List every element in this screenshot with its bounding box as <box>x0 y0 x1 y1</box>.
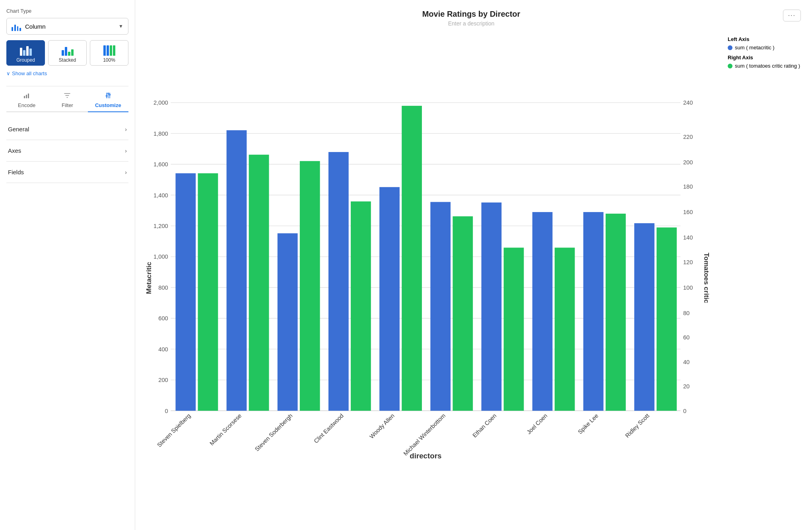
chevron-down-icon: ▼ <box>118 23 123 29</box>
variant-grouped-label: Grouped <box>16 57 35 63</box>
chart-container: Metacritic Tomatoes critic <box>142 32 801 524</box>
accordion-general-label: General <box>8 126 29 132</box>
show-all-charts-link[interactable]: ∨ Show all charts <box>6 70 128 76</box>
legend-left-axis-title: Left Axis <box>728 36 801 42</box>
accordion-fields-header[interactable]: Fields › <box>6 162 128 183</box>
svg-text:60: 60 <box>683 334 690 341</box>
bar-ridleyscott-blue <box>634 223 655 411</box>
grouped-icon <box>20 45 32 56</box>
svg-text:1,000: 1,000 <box>153 253 168 260</box>
bar-spielberg-green <box>198 173 218 411</box>
x-label-ridleyscott: Ridley Scott <box>624 412 651 439</box>
sidebar-tabs: Encode Filter <box>6 88 128 112</box>
divider-1 <box>6 86 128 86</box>
svg-text:200: 200 <box>158 377 168 383</box>
legend-right-axis-item: sum ( tomatoes critic rating ) <box>735 63 800 69</box>
svg-text:100: 100 <box>683 284 693 291</box>
tab-encode[interactable]: Encode <box>6 88 47 111</box>
svg-text:140: 140 <box>683 234 693 241</box>
bar-eastwood-green <box>351 201 371 411</box>
chart-type-name: Column <box>25 23 118 30</box>
tab-filter-label: Filter <box>62 102 73 108</box>
encode-icon <box>23 92 30 101</box>
filter-icon <box>64 92 71 101</box>
svg-point-3 <box>107 93 109 94</box>
svg-text:2,000: 2,000 <box>153 99 168 106</box>
svg-text:600: 600 <box>158 315 168 322</box>
svg-text:0: 0 <box>165 408 168 414</box>
accordion-axes-header[interactable]: Axes › <box>6 140 128 161</box>
tab-customize[interactable]: Customize <box>88 88 128 112</box>
svg-text:40: 40 <box>683 359 690 365</box>
chart-type-selector[interactable]: Column ▼ <box>6 18 128 35</box>
chart-variants: Grouped Stacked 100% <box>6 40 128 66</box>
svg-point-8 <box>109 94 110 95</box>
more-options-button[interactable]: ··· <box>783 10 801 21</box>
main-area: Movie Ratings by Director Enter a descri… <box>135 0 812 530</box>
variant-stacked-label: Stacked <box>59 57 76 63</box>
svg-text:0: 0 <box>683 408 686 414</box>
bar-winterbottom-green <box>453 216 473 411</box>
x-label-soderbergh: Steven Soderbergh <box>254 412 294 452</box>
bar-winterbottom-blue <box>430 202 451 411</box>
accordion-general-header[interactable]: General › <box>6 119 128 140</box>
svg-text:160: 160 <box>683 209 693 215</box>
legend-left-axis: Left Axis sum ( metacritic ) <box>728 36 801 51</box>
bar-chart-svg: Metacritic Tomatoes critic <box>142 32 715 524</box>
x-label-scorsese: Martin Scorsese <box>208 412 243 446</box>
variant-100pct-label: 100% <box>103 57 115 63</box>
chart-header: Movie Ratings by Director Enter a descri… <box>142 10 801 27</box>
accordion-fields-label: Fields <box>8 169 24 175</box>
tab-filter[interactable]: Filter <box>47 88 87 111</box>
svg-text:400: 400 <box>158 346 168 353</box>
svg-text:220: 220 <box>683 134 693 140</box>
chart-legend: Left Axis sum ( metacritic ) Right Axis … <box>721 32 801 524</box>
variant-stacked[interactable]: Stacked <box>48 40 87 66</box>
customize-icon <box>105 92 112 101</box>
chart-title: Movie Ratings by Director <box>142 10 801 19</box>
bar-spikeLee-blue <box>583 212 604 411</box>
accordion-axes: Axes › <box>6 140 128 162</box>
x-label-spikeLee: Spike Lee <box>577 412 599 435</box>
bar-spielberg-blue <box>175 173 196 411</box>
svg-text:200: 200 <box>683 159 693 166</box>
variant-100pct[interactable]: 100% <box>90 40 128 66</box>
100pct-icon <box>103 45 115 56</box>
svg-rect-1 <box>26 95 27 98</box>
x-label-eastwood: Clint Eastwood <box>313 412 345 444</box>
column-chart-icon <box>12 21 21 31</box>
x-label-spielberg: Steven Spielberg <box>156 412 192 448</box>
accordion-general: General › <box>6 119 128 140</box>
svg-text:120: 120 <box>683 259 693 265</box>
svg-text:800: 800 <box>158 284 168 291</box>
svg-text:80: 80 <box>683 310 690 316</box>
variant-grouped[interactable]: Grouped <box>6 40 45 66</box>
svg-text:1,800: 1,800 <box>153 131 168 137</box>
accordion-axes-label: Axes <box>8 147 21 154</box>
x-label-allen: Woody Allen <box>368 412 396 440</box>
bar-joelcoen-green <box>555 247 575 411</box>
svg-text:240: 240 <box>683 99 693 106</box>
svg-text:1,200: 1,200 <box>153 223 168 229</box>
legend-green-dot <box>728 64 732 68</box>
svg-rect-0 <box>24 96 25 98</box>
bar-allen-blue <box>379 187 400 411</box>
bar-ethancoen-green <box>504 247 524 411</box>
tab-encode-label: Encode <box>18 102 35 108</box>
bar-spikeLee-green <box>606 214 626 411</box>
bar-ridleyscott-green <box>657 228 677 411</box>
x-label-winterbottom: Michael Winterbottom <box>402 412 447 457</box>
y-axis-right-label: Tomatoes critic <box>703 253 711 303</box>
svg-text:180: 180 <box>683 183 693 190</box>
bar-allen-green <box>402 106 422 411</box>
svg-rect-2 <box>28 94 29 98</box>
legend-right-axis: Right Axis sum ( tomatoes critic rating … <box>728 55 801 69</box>
tab-customize-label: Customize <box>95 102 121 108</box>
bar-soderbergh-green <box>300 161 320 411</box>
legend-left-item: sum ( metacritic ) <box>728 45 801 51</box>
chevron-down-small-icon: ∨ <box>6 70 10 76</box>
accordion-fields: Fields › <box>6 162 128 183</box>
legend-blue-dot <box>728 45 732 50</box>
legend-right-item: sum ( tomatoes critic rating ) <box>728 63 801 69</box>
bar-ethancoen-blue <box>482 203 502 411</box>
